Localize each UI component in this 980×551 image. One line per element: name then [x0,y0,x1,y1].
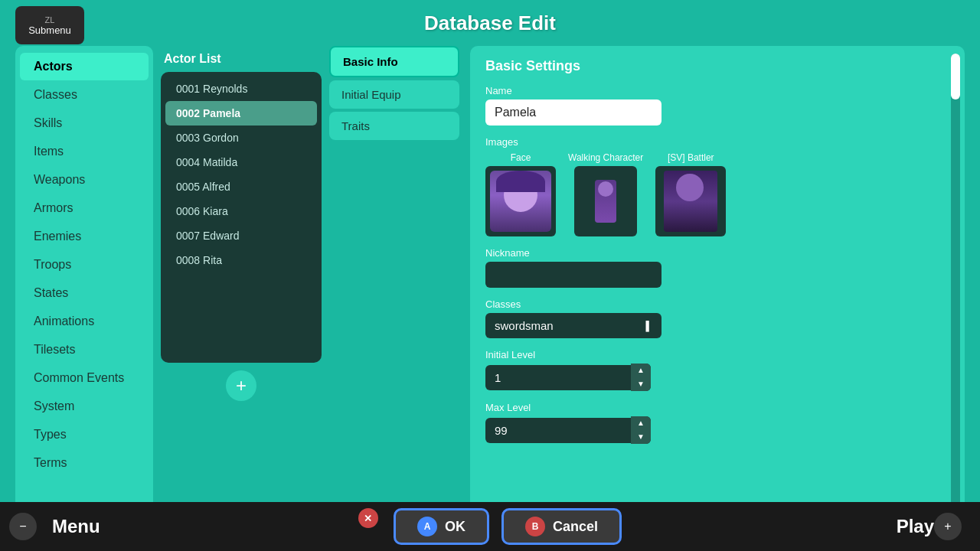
add-actor-button[interactable]: + [226,370,256,401]
top-bar: ZL Submenu Database Edit [0,0,980,46]
detail-panel-title: Basic Settings [485,58,949,74]
play-label: Play [897,516,934,537]
battler-block: [SV] Battler [655,152,726,236]
walk-image[interactable] [574,166,637,236]
sidebar-item-states[interactable]: States [20,279,149,307]
max-level-label: Max Level [485,402,949,413]
initial-level-spinner-buttons: ▲ ▼ [631,364,651,391]
walking-character-label: Walking Character [568,152,643,163]
nickname-input[interactable] [485,262,662,288]
name-field-group: Name [485,85,949,126]
actor-item-0008[interactable]: 0008 Rita [165,248,317,272]
initial-level-input[interactable] [485,365,631,390]
max-level-spinner: ▲ ▼ [485,416,662,444]
classes-label: Classes [485,298,949,310]
submenu-button[interactable]: ZL Submenu [15,6,84,44]
face-image[interactable] [485,166,556,236]
initial-level-spinner: ▲ ▼ [485,364,662,391]
classes-field-group: Classes swordsman ▌ [485,298,949,338]
bottom-left: − Menu [0,513,214,540]
bottom-right: Play + [766,513,980,540]
main-content: Actors Classes Skills Items Weapons Armo… [15,46,965,520]
add-actor-btn-container: + [161,370,322,401]
nickname-field-group: Nickname [485,247,949,288]
classes-value: swordsman [495,319,554,332]
ok-label: OK [445,519,466,535]
a-button-icon: A [417,517,437,536]
bottom-center: ✕ A OK B Cancel [358,508,622,545]
actor-item-0004[interactable]: 0004 Matilda [165,150,317,174]
tab-panel: Basic Info Initial Equip Traits [329,46,459,520]
dropdown-arrow-icon: ▌ [645,321,652,331]
face-block: Face [485,152,556,236]
b-button-icon: B [525,517,545,536]
face-sprite [490,171,551,232]
face-label: Face [511,152,531,163]
sidebar-item-troops[interactable]: Troops [20,251,149,279]
sidebar-item-terms[interactable]: Terms [20,449,149,477]
images-label: Images [485,136,949,148]
cancel-button[interactable]: B Cancel [501,508,622,545]
walk-sprite [595,180,616,223]
scrollbar[interactable] [951,54,960,513]
max-level-input[interactable] [485,418,631,443]
page-title: Database Edit [424,11,556,35]
battler-sprite [664,171,717,232]
images-row: Face Walking Character [SV] Battler [485,152,949,236]
name-input[interactable] [485,99,662,126]
tab-traits[interactable]: Traits [329,112,459,140]
battler-image[interactable] [655,166,726,236]
sidebar-item-types[interactable]: Types [20,421,149,448]
x-button-icon: ✕ [358,508,378,528]
play-circle-icon: + [934,513,962,540]
initial-level-label: Initial Level [485,349,949,360]
actor-item-0007[interactable]: 0007 Edward [165,223,317,248]
classes-dropdown[interactable]: swordsman ▌ [485,313,662,338]
sidebar-item-system[interactable]: System [20,393,149,420]
sidebar-item-animations[interactable]: Animations [20,308,149,335]
menu-label: Menu [52,516,100,537]
actor-item-0003[interactable]: 0003 Gordon [165,126,317,150]
max-level-down-button[interactable]: ▼ [631,430,651,444]
initial-level-down-button[interactable]: ▼ [631,377,651,391]
sidebar-item-weapons[interactable]: Weapons [20,166,149,194]
submenu-label: Submenu [28,24,71,36]
actor-item-0005[interactable]: 0005 Alfred [165,174,317,199]
sidebar-item-actors[interactable]: Actors [20,53,149,80]
images-section: Images Face Walking Character [SV] Battl… [485,136,949,236]
detail-panel: Basic Settings Name Images Face Walking … [470,46,965,520]
max-level-group: Max Level ▲ ▼ [485,402,949,444]
sidebar-item-enemies[interactable]: Enemies [20,223,149,250]
actor-item-0006[interactable]: 0006 Kiara [165,199,317,223]
scrollbar-thumb [951,54,960,99]
nickname-label: Nickname [485,247,949,259]
actor-list: 0001 Reynolds 0002 Pamela 0003 Gordon 00… [161,72,322,363]
walk-block: Walking Character [568,152,643,236]
sv-battler-label: [SV] Battler [668,152,714,163]
actor-list-panel: Actor List 0001 Reynolds 0002 Pamela 000… [161,46,322,520]
menu-circle-icon: − [9,513,37,540]
name-label: Name [485,85,949,96]
actor-item-0002[interactable]: 0002 Pamela [165,101,317,126]
initial-level-up-button[interactable]: ▲ [631,364,651,377]
sidebar-item-skills[interactable]: Skills [20,109,149,137]
max-level-up-button[interactable]: ▲ [631,416,651,430]
max-level-spinner-buttons: ▲ ▼ [631,416,651,444]
sidebar-item-common-events[interactable]: Common Events [20,364,149,392]
submenu-badge: ZL [45,15,55,24]
tab-initial-equip[interactable]: Initial Equip [329,80,459,109]
actor-list-header: Actor List [161,46,322,72]
sidebar-item-classes[interactable]: Classes [20,81,149,109]
tab-basic-info[interactable]: Basic Info [329,46,459,77]
initial-level-group: Initial Level ▲ ▼ [485,349,949,391]
ok-button[interactable]: A OK [394,508,489,545]
sidebar: Actors Classes Skills Items Weapons Armo… [15,46,153,520]
sidebar-item-items[interactable]: Items [20,138,149,165]
bottom-bar: − Menu ✕ A OK B Cancel Play + [0,502,980,551]
sidebar-item-armors[interactable]: Armors [20,194,149,222]
actor-item-0001[interactable]: 0001 Reynolds [165,77,317,101]
sidebar-item-tilesets[interactable]: Tilesets [20,336,149,364]
cancel-label: Cancel [553,519,598,535]
